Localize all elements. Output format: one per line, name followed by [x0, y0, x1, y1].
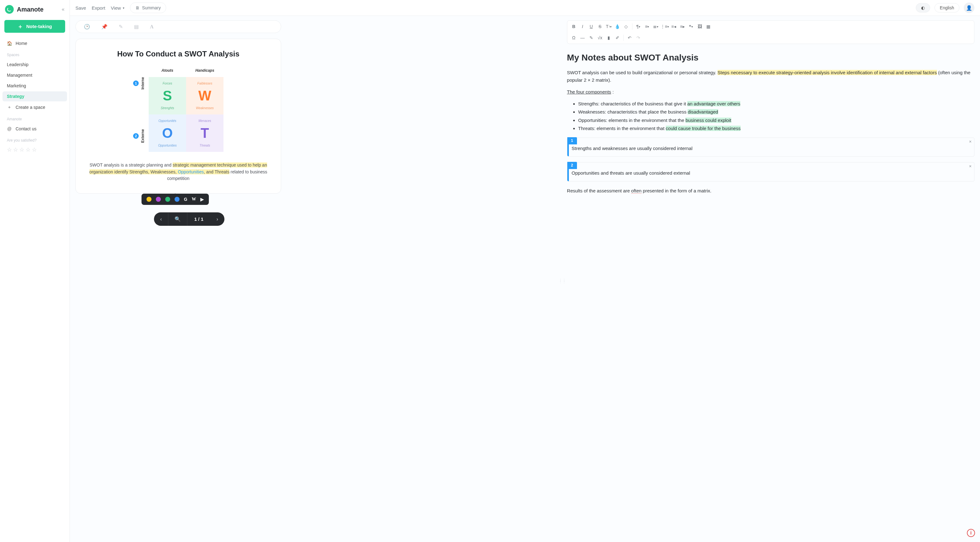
highlight-yellow[interactable] [146, 197, 151, 202]
outdent-button[interactable]: ≡◂ [670, 22, 678, 30]
highlight: disadvantaged [687, 109, 718, 115]
highlight: Steps necessary to execute strategy-orie… [718, 70, 937, 75]
unordered-list-button[interactable]: ⋮≡ ▾ [660, 22, 669, 30]
note-reference-1[interactable]: 1 × Strengths and weaknesses are usually… [567, 137, 974, 156]
document-pane: 🕑 📌 ✎ ▤ A How To Conduct a SWOT Analysis… [70, 16, 562, 542]
next-page-button[interactable]: › [210, 213, 224, 226]
paragraph-button[interactable]: ¶ ▾ [634, 22, 643, 30]
star-icon[interactable]: ☆ [19, 146, 24, 153]
sidebar-item-management[interactable]: Management [3, 70, 67, 80]
clock-tool-icon[interactable]: 🕑 [84, 24, 90, 30]
image-button[interactable]: 🖼 [696, 22, 704, 30]
badge-2: 2 [133, 133, 139, 139]
ref-text: Strengths and weaknesses are usually con… [567, 138, 974, 156]
rating-stars[interactable]: ☆☆☆☆☆ [3, 145, 67, 155]
text-tool-icon[interactable]: A [150, 24, 154, 30]
notes-paragraph: SWOT analysis can be used to build organ… [567, 69, 974, 84]
close-icon[interactable]: × [969, 163, 972, 170]
sidebar-item-strategy[interactable]: Strategy [3, 91, 67, 101]
notes-content[interactable]: My Notes about SWOT Analysis SWOT analys… [567, 51, 974, 199]
sidebar-item-home[interactable]: 🏠 Home [3, 38, 67, 48]
highlight: could cause trouble for the business [666, 126, 741, 131]
page-indicator: 1 / 1 [187, 213, 210, 225]
document-title: How To Conduct a SWOT Analysis [86, 49, 270, 58]
omega-button[interactable]: Ω [570, 33, 578, 42]
nav-label: Marketing [7, 83, 26, 88]
highlight-button[interactable]: ✎ [587, 33, 595, 42]
text-color-button[interactable]: 💧 [613, 22, 622, 30]
undo-button[interactable]: ↶ [625, 33, 634, 42]
nav-label: Contact us [16, 126, 37, 131]
topbar: Save Export View▾ 🗎 Summary ◐ English 👤 [70, 0, 980, 16]
create-space-button[interactable]: ＋ Create a space [3, 102, 67, 113]
at-icon: @ [7, 126, 12, 131]
google-search-icon[interactable]: G [184, 197, 187, 202]
attach-button[interactable]: ▮ [605, 33, 613, 42]
youtube-icon[interactable]: ▶ [200, 197, 204, 202]
wikipedia-icon[interactable]: W [192, 197, 196, 202]
rating-label: Are you satisfied? [3, 134, 67, 144]
export-button[interactable]: Export [92, 5, 105, 11]
document-tools: 🕑 📌 ✎ ▤ A [75, 20, 281, 33]
redo-button[interactable]: ↷ [634, 33, 643, 42]
highlight-blue[interactable] [175, 197, 180, 202]
help-button[interactable]: i [967, 529, 975, 537]
note-reference-2[interactable]: 2 × Opportunities and threats are usuall… [567, 162, 974, 181]
summary-button[interactable]: 🗎 Summary [130, 3, 166, 13]
prev-page-button[interactable]: ‹ [154, 213, 168, 226]
sidebar: Amanote « ＋ Note-taking 🏠 Home Spaces Le… [0, 0, 70, 542]
highlight-purple[interactable] [156, 197, 161, 202]
save-button[interactable]: Save [75, 5, 86, 11]
note-taking-button[interactable]: ＋ Note-taking [4, 20, 65, 33]
indent-button[interactable]: ≡▸ [678, 22, 686, 30]
highlight-link[interactable]: Opportunities [178, 169, 204, 174]
star-icon[interactable]: ☆ [25, 146, 30, 153]
bold-button[interactable]: B [570, 22, 578, 30]
highlight-popup: G W ▶ [142, 194, 209, 205]
formula-button[interactable]: √x [596, 33, 604, 42]
contact-us-link[interactable]: @ Contact us [3, 124, 67, 134]
pin-tool-icon[interactable]: 📌 [101, 24, 108, 30]
swot-col-atouts: Atouts [149, 68, 186, 77]
highlight: an advantage over others [687, 101, 740, 106]
nav-label: Home [16, 41, 27, 46]
cta-label: Note-taking [26, 24, 52, 29]
list-item: Opportunities: elements in the environme… [578, 116, 974, 124]
star-icon[interactable]: ☆ [13, 146, 18, 153]
align-button[interactable]: ≡ ▾ [643, 22, 651, 30]
theme-toggle[interactable]: ◐ [916, 3, 930, 13]
list-item: Weaknesses: characteristics that place t… [578, 108, 974, 115]
star-icon[interactable]: ☆ [7, 146, 12, 153]
language-select[interactable]: English [934, 3, 959, 13]
pane-resize-handle[interactable]: ⋮⋮⋮⋮ [559, 279, 566, 283]
strike-button[interactable]: S [596, 22, 604, 30]
view-menu[interactable]: View▾ [111, 5, 124, 11]
plus-icon: ＋ [7, 104, 12, 110]
swot-cell-w: FaiblessesWWeaknesses [186, 77, 223, 115]
pencil-tool-icon[interactable]: ✎ [119, 24, 123, 30]
star-icon[interactable]: ☆ [32, 146, 37, 153]
draw-button[interactable]: ✐ [613, 33, 622, 42]
underline-button[interactable]: U [587, 22, 595, 30]
note-tool-icon[interactable]: ▤ [134, 24, 139, 30]
quote-button[interactable]: ❝ ▾ [687, 22, 695, 30]
text-size-button[interactable]: TI ▾ [605, 22, 613, 30]
zoom-button[interactable]: 🔍 [168, 212, 187, 226]
brand: Amanote « [3, 3, 67, 18]
page-navigator: ‹ 🔍 1 / 1 › [154, 212, 224, 226]
collapse-sidebar-icon[interactable]: « [62, 6, 65, 12]
highlight: , and Threats [204, 169, 229, 174]
highlight-green[interactable] [165, 197, 170, 202]
clear-format-button[interactable]: ◇ [622, 22, 630, 30]
sidebar-item-leadership[interactable]: Leadership [3, 59, 67, 70]
italic-button[interactable]: I [579, 22, 587, 30]
sidebar-item-marketing[interactable]: Marketing [3, 81, 67, 91]
ordered-list-button[interactable]: ≣ ▾ [652, 22, 660, 30]
avatar[interactable]: 👤 [964, 3, 974, 13]
close-icon[interactable]: × [969, 139, 972, 145]
nav-label: Management [7, 73, 32, 78]
document-icon: 🗎 [135, 5, 140, 10]
hr-button[interactable]: — [579, 33, 587, 42]
table-button[interactable]: ▦ [705, 22, 713, 30]
swot-row-labels: 1Interne 2Externe [133, 68, 145, 152]
